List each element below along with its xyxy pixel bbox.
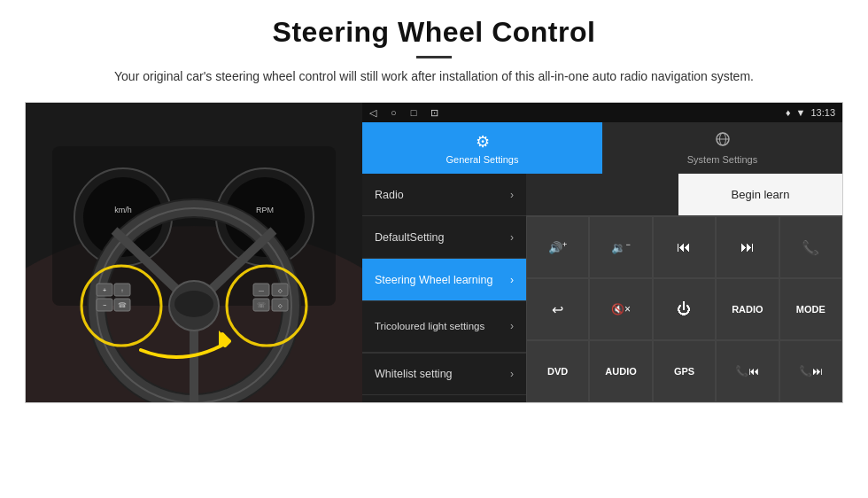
nav-buttons: ◁ ○ □ ⊡ xyxy=(369,107,438,119)
vol-up-button[interactable]: 🔊+ xyxy=(526,216,589,278)
dvd-label: DVD xyxy=(547,366,568,377)
status-bar-right: ♦ ▼ 13:13 xyxy=(786,107,835,118)
svg-text:RPM: RPM xyxy=(256,206,274,214)
settings-gear-icon: ⚙ xyxy=(476,132,490,152)
chevron-right-icon: › xyxy=(510,274,514,286)
svg-text:+: + xyxy=(103,287,106,293)
mute-icon: 🔇× xyxy=(611,303,631,315)
menu-tricoloured[interactable]: Tricoloured light settings › xyxy=(362,301,526,353)
svg-text:☏: ☏ xyxy=(257,301,266,309)
menu-radio[interactable]: Radio › xyxy=(362,174,526,216)
tab-general[interactable]: ⚙ General Settings xyxy=(362,122,602,174)
tab-system-label: System Settings xyxy=(687,154,757,165)
menu-whitelist-label: Whitelist setting xyxy=(375,368,453,380)
prev-track-button[interactable]: ⏮ xyxy=(653,216,716,278)
begin-learn-spacer xyxy=(526,174,678,215)
steering-wheel-image: km/h RPM + − ↑ ☎ xyxy=(26,103,362,402)
main-panel: Radio › DefaultSetting › Steering Wheel … xyxy=(362,174,842,402)
mode-button[interactable]: MODE xyxy=(779,278,842,340)
system-globe-icon xyxy=(715,131,731,152)
tab-general-label: General Settings xyxy=(446,154,519,165)
radio-button[interactable]: RADIO xyxy=(716,278,779,340)
radio-label: RADIO xyxy=(732,304,763,315)
mode-label: MODE xyxy=(796,304,825,315)
signal-icon: ▼ xyxy=(796,107,806,118)
svg-text:⋯: ⋯ xyxy=(259,288,264,293)
controls-grid: 🔊+ 🔉− ⏮ ⏭ 📞 ↩ xyxy=(526,216,842,402)
next-track-button[interactable]: ⏭ xyxy=(716,216,779,278)
tel-prev-icon: 📞⏮ xyxy=(735,365,759,377)
menu-list: Radio › DefaultSetting › Steering Wheel … xyxy=(362,174,526,402)
gps-label: GPS xyxy=(674,366,694,377)
svg-text:◇: ◇ xyxy=(278,303,283,308)
hang-up-button[interactable]: ↩ xyxy=(526,278,589,340)
menu-steering[interactable]: Steering Wheel learning › xyxy=(362,259,526,301)
svg-text:☎: ☎ xyxy=(118,301,127,309)
svg-text:◇: ◇ xyxy=(278,288,283,293)
phone-icon: 📞 xyxy=(802,239,819,256)
audio-button[interactable]: AUDIO xyxy=(589,340,652,402)
power-button[interactable]: ⏻ xyxy=(653,278,716,340)
vol-down-button[interactable]: 🔉− xyxy=(589,216,652,278)
dvd-button[interactable]: DVD xyxy=(526,340,589,402)
call-button[interactable]: 📞 xyxy=(779,216,842,278)
menu-whitelist[interactable]: Whitelist setting › xyxy=(362,353,526,395)
begin-learn-button[interactable]: Begin learn xyxy=(678,174,842,215)
volume-down-icon: 🔉− xyxy=(611,240,630,254)
location-icon: ♦ xyxy=(786,107,791,118)
power-icon: ⏻ xyxy=(677,301,691,317)
svg-text:↑: ↑ xyxy=(121,288,124,293)
volume-up-icon: 🔊+ xyxy=(548,240,567,254)
headunit: ◁ ○ □ ⊡ ♦ ▼ 13:13 ⚙ General Settings xyxy=(362,103,842,402)
tel-next-icon: 📞⏭ xyxy=(799,365,823,377)
chevron-right-icon: › xyxy=(510,320,514,334)
status-bar: ◁ ○ □ ⊡ ♦ ▼ 13:13 xyxy=(362,103,842,122)
recent-nav[interactable]: □ xyxy=(411,107,417,118)
time-display: 13:13 xyxy=(810,107,835,118)
chevron-right-icon: › xyxy=(510,368,514,380)
title-divider xyxy=(416,56,452,58)
prev-track-icon: ⏮ xyxy=(677,239,691,255)
page-header: Steering Wheel Control Your original car… xyxy=(0,0,868,95)
menu-steering-label: Steering Wheel learning xyxy=(375,274,492,286)
next-track-icon: ⏭ xyxy=(740,239,755,255)
begin-learn-row: Begin learn xyxy=(526,174,842,216)
svg-text:−: − xyxy=(103,302,106,308)
menu-radio-label: Radio xyxy=(375,189,404,201)
mute-button[interactable]: 🔇× xyxy=(589,278,652,340)
tel-prev-button[interactable]: 📞⏮ xyxy=(716,340,779,402)
svg-text:km/h: km/h xyxy=(114,206,132,214)
hang-up-icon: ↩ xyxy=(552,301,563,318)
back-nav[interactable]: ◁ xyxy=(369,107,376,119)
tab-row: ⚙ General Settings System Settings xyxy=(362,122,842,174)
page-title: Steering Wheel Control xyxy=(53,16,815,49)
tab-system[interactable]: System Settings xyxy=(602,122,842,174)
menu-nav[interactable]: ⊡ xyxy=(430,107,438,119)
chevron-right-icon: › xyxy=(510,231,514,244)
menu-default-label: DefaultSetting xyxy=(375,231,445,244)
content-area: km/h RPM + − ↑ ☎ xyxy=(25,102,843,403)
home-nav[interactable]: ○ xyxy=(391,107,397,118)
menu-tricoloured-label: Tricoloured light settings xyxy=(375,320,510,333)
audio-label: AUDIO xyxy=(605,366,636,377)
page-subtitle: Your original car's steering wheel contr… xyxy=(53,67,815,86)
svg-point-16 xyxy=(174,291,213,317)
chevron-right-icon: › xyxy=(510,189,514,201)
gps-button[interactable]: GPS xyxy=(653,340,716,402)
menu-default[interactable]: DefaultSetting › xyxy=(362,216,526,259)
button-grid: Begin learn 🔊+ 🔉− ⏮ ⏭ xyxy=(526,174,842,402)
tel-next-button[interactable]: 📞⏭ xyxy=(779,340,842,402)
